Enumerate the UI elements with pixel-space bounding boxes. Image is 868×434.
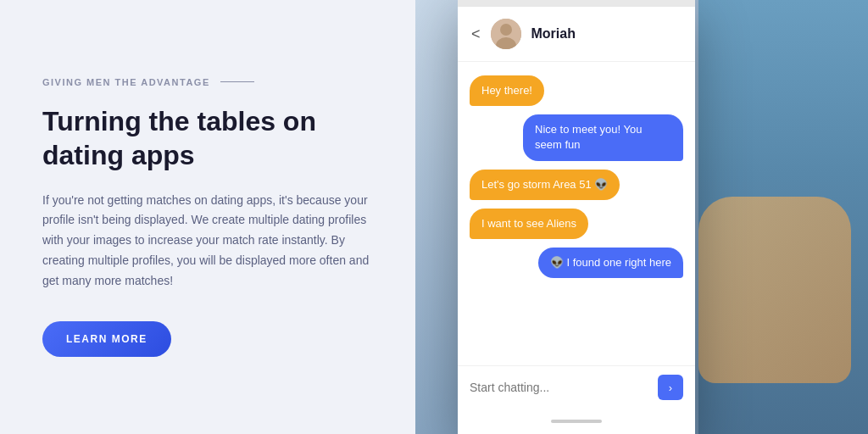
tagline-divider xyxy=(220,81,254,82)
phone-bottom-bar xyxy=(458,409,695,434)
tagline-container: GIVING MEN THE ADVANTAGE xyxy=(42,77,373,87)
status-bar xyxy=(458,0,695,7)
avatar xyxy=(491,19,521,49)
learn-more-button[interactable]: LEARN MORE xyxy=(42,321,171,357)
tagline-text: GIVING MEN THE ADVANTAGE xyxy=(42,77,210,87)
right-panel: < Moriah Hey there! Nice to meet you! Yo… xyxy=(415,0,868,434)
description-text: If you're not getting matches on dating … xyxy=(42,191,373,292)
chat-messages: Hey there! Nice to meet you! You seem fu… xyxy=(458,62,695,365)
contact-name: Moriah xyxy=(531,26,576,42)
left-panel: GIVING MEN THE ADVANTAGE Turning the tab… xyxy=(0,0,415,434)
message-4: I want to see Aliens xyxy=(470,209,588,239)
message-2: Nice to meet you! You seem fun xyxy=(523,114,683,160)
headline: Turning the tables on dating apps xyxy=(42,104,373,172)
phone-mockup: < Moriah Hey there! Nice to meet you! Yo… xyxy=(458,0,695,434)
send-button[interactable]: › xyxy=(658,375,683,400)
svg-point-1 xyxy=(500,24,512,36)
background-hand xyxy=(698,197,851,383)
send-icon: › xyxy=(669,381,672,394)
back-button[interactable]: < xyxy=(471,25,481,43)
message-3: Let's go storm Area 51 👽 xyxy=(470,170,620,200)
chat-input[interactable] xyxy=(470,381,649,394)
chat-input-area: › xyxy=(458,365,695,409)
message-1: Hey there! xyxy=(470,75,544,106)
message-5: 👽 I found one right here xyxy=(538,248,683,278)
chat-header: < Moriah xyxy=(458,7,695,62)
home-indicator xyxy=(551,420,602,423)
